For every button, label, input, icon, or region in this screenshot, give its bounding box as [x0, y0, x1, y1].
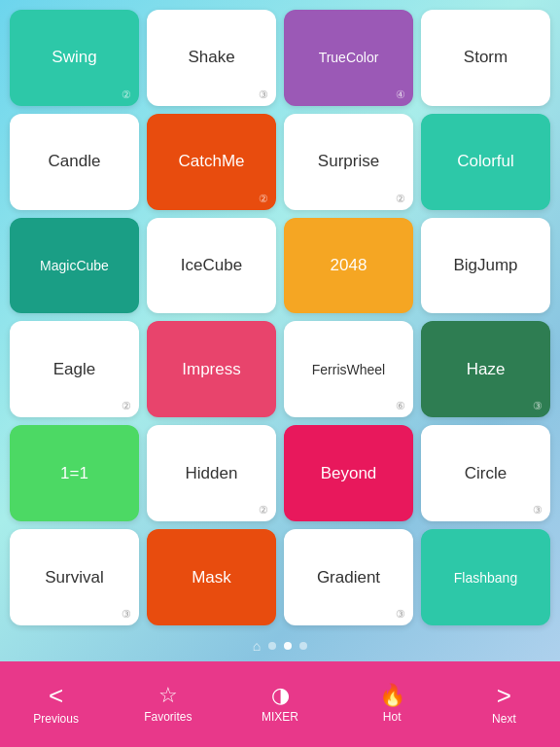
cell-badge: ③: [533, 504, 542, 516]
hot-label: Hot: [383, 710, 402, 724]
cell-label-2: Surprise: [318, 152, 379, 171]
cell-haze[interactable]: Haze③: [421, 321, 550, 417]
cell-label-1: Shake: [188, 48, 234, 67]
mixer-label: MIXER: [262, 710, 298, 724]
cell-label-2: 2048: [331, 256, 368, 275]
cell-circle[interactable]: Circle③: [421, 425, 550, 521]
cell-1-1[interactable]: 1=1: [10, 425, 139, 521]
cell-shake[interactable]: Shake③: [147, 10, 276, 106]
cell-label-3: BigJump: [453, 256, 517, 275]
cell-label-3: Haze: [467, 360, 506, 379]
previous-button[interactable]: < Previous: [0, 661, 112, 747]
next-icon: >: [497, 683, 511, 708]
cell-badge: ⑥: [396, 400, 405, 412]
cell-truecolor[interactable]: TrueColor④: [284, 10, 413, 106]
cell-swing[interactable]: Swing②: [10, 10, 139, 106]
cell-label-2: Beyond: [321, 464, 377, 483]
grid-row-5: Survival③MaskGradient③Flashbang: [10, 529, 550, 625]
cell-label-3: Circle: [465, 464, 507, 483]
cell-label-3: Storm: [464, 48, 508, 67]
grid-row-0: Swing②Shake③TrueColor④Storm: [10, 10, 550, 106]
cell-label-2: Gradient: [317, 568, 380, 587]
bottom-navigation: < Previous ☆ Favorites ◑ MIXER 🔥 Hot > N…: [0, 661, 560, 747]
cell-hidden[interactable]: Hidden②: [147, 425, 276, 521]
cell-catchme[interactable]: CatchMe②: [147, 114, 276, 210]
cell-badge: ②: [122, 89, 131, 101]
hot-button[interactable]: 🔥 Hot: [336, 661, 448, 747]
app-grid: Swing②Shake③TrueColor④StormCandleCatchMe…: [0, 0, 560, 630]
cell-badge: ③: [396, 608, 405, 621]
cell-flashbang[interactable]: Flashbang: [421, 529, 550, 625]
cell-survival[interactable]: Survival③: [10, 529, 139, 625]
dot-3: [299, 642, 307, 650]
cell-label-2: TrueColor: [319, 50, 379, 65]
cell-badge: ③: [122, 608, 131, 621]
cell-label-3: Flashbang: [454, 570, 517, 586]
cell-badge: ②: [259, 193, 268, 205]
cell-badge: ③: [259, 89, 268, 101]
cell-badge: ②: [396, 193, 405, 205]
cell-surprise[interactable]: Surprise②: [284, 114, 413, 210]
cell-gradient[interactable]: Gradient③: [284, 529, 413, 625]
cell-label-1: IceCube: [181, 256, 242, 275]
cell-badge: ②: [259, 504, 268, 516]
cell-label-0: Candle: [49, 152, 101, 171]
dot-2-active: [284, 642, 292, 650]
cell-label-3: Colorful: [457, 152, 514, 171]
cell-label-0: MagicCube: [40, 258, 109, 273]
cell-bigjump[interactable]: BigJump: [421, 218, 550, 314]
dot-1: [268, 642, 276, 650]
cell-candle[interactable]: Candle: [10, 114, 139, 210]
next-label: Next: [492, 712, 516, 726]
cell-impress[interactable]: Impress: [147, 321, 276, 417]
cell-label-1: CatchMe: [178, 152, 244, 171]
home-dot-icon: ⌂: [253, 638, 261, 654]
cell-beyond[interactable]: Beyond: [284, 425, 413, 521]
cell-label-1: Hidden: [186, 464, 238, 483]
mixer-icon: ◑: [271, 685, 290, 706]
cell-label-0: Survival: [45, 568, 103, 587]
cell-label-0: 1=1: [60, 464, 88, 483]
cell-label-0: Eagle: [53, 360, 95, 379]
favorites-label: Favorites: [144, 710, 192, 724]
mixer-button[interactable]: ◑ MIXER: [224, 661, 335, 747]
cell-storm[interactable]: Storm: [421, 10, 550, 106]
hot-icon: 🔥: [379, 685, 405, 706]
cell-icecube[interactable]: IceCube: [147, 218, 276, 314]
cell-colorful[interactable]: Colorful: [421, 114, 550, 210]
grid-row-4: 1=1Hidden②BeyondCircle③: [10, 425, 550, 521]
grid-row-3: Eagle②ImpressFerrisWheel⑥Haze③: [10, 321, 550, 417]
previous-icon: <: [49, 683, 63, 708]
cell-label-2: FerrisWheel: [312, 362, 385, 377]
grid-row-1: CandleCatchMe②Surprise②Colorful: [10, 114, 550, 210]
star-icon: ☆: [158, 685, 178, 706]
page-dots: ⌂: [0, 630, 560, 661]
cell-badge: ④: [396, 89, 405, 101]
cell-label-0: Swing: [52, 48, 96, 67]
cell-badge: ③: [533, 400, 542, 412]
cell-label-1: Impress: [182, 360, 240, 379]
grid-row-2: MagicCubeIceCube2048BigJump: [10, 218, 550, 314]
next-button[interactable]: > Next: [448, 661, 560, 747]
cell-2048[interactable]: 2048: [284, 218, 413, 314]
previous-label: Previous: [33, 712, 79, 726]
favorites-button[interactable]: ☆ Favorites: [112, 661, 224, 747]
cell-magiccube[interactable]: MagicCube: [10, 218, 139, 314]
cell-eagle[interactable]: Eagle②: [10, 321, 139, 417]
cell-mask[interactable]: Mask: [147, 529, 276, 625]
cell-label-1: Mask: [192, 568, 231, 587]
cell-badge: ②: [122, 400, 131, 412]
cell-ferriswheel[interactable]: FerrisWheel⑥: [284, 321, 413, 417]
